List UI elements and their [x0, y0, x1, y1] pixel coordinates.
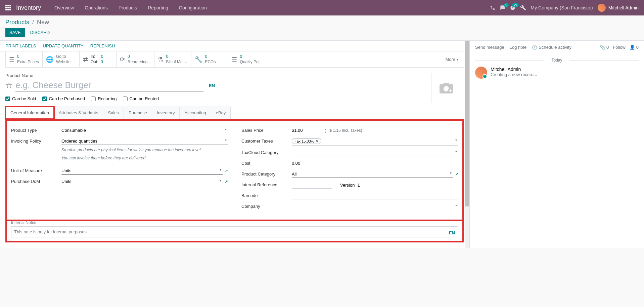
main-container: PRINT LABELS UPDATE QUANTITY REPLENISH ☰… — [0, 40, 644, 248]
input-category[interactable] — [292, 170, 453, 178]
tax-tag-remove-icon[interactable]: ✕ — [315, 139, 318, 143]
breadcrumb-parent[interactable]: Products — [5, 19, 29, 26]
check-recurring[interactable]: Recurring — [91, 96, 117, 101]
tab-ebay[interactable]: eBay — [211, 107, 231, 119]
tab-sales[interactable]: Sales — [103, 107, 124, 119]
input-uom[interactable] — [61, 167, 223, 175]
check-can-be-sold[interactable]: Can be Sold — [5, 96, 36, 101]
chatter-toolbar: Send message Log note 🕐Schedule activity… — [475, 45, 639, 50]
app-brand[interactable]: Inventory — [16, 4, 41, 11]
stat-ecos[interactable]: 🔧 0ECOs — [191, 51, 228, 67]
form-area: PRINT LABELS UPDATE QUANTITY REPLENISH ☰… — [0, 41, 469, 248]
stat-extra-prices[interactable]: ☰ 0Extra Prices — [6, 51, 43, 67]
stat-website[interactable]: 🌐 Go toWebsite — [43, 51, 80, 67]
uom-external-link-icon[interactable]: ↗ — [225, 168, 228, 173]
input-internal-ref[interactable] — [292, 181, 332, 189]
nav-configuration[interactable]: Configuration — [174, 1, 212, 14]
activities-icon[interactable]: 29 — [510, 5, 515, 10]
tab-inventory[interactable]: Inventory — [152, 107, 180, 119]
breadcrumb-sep: / — [32, 19, 34, 26]
flask-icon: ⚗ — [158, 56, 163, 63]
list-icon: ☰ — [232, 56, 237, 63]
product-checks: Can be Sold Can be Purchased Recurring C… — [5, 96, 431, 101]
input-company[interactable] — [292, 203, 458, 210]
debug-icon[interactable] — [520, 5, 526, 11]
schedule-activity-button[interactable]: 🕐Schedule activity — [532, 45, 571, 50]
purchase-uom-external-link-icon[interactable]: ↗ — [225, 179, 228, 184]
tab-attributes-variants[interactable]: Attributes & Variants — [54, 107, 103, 119]
check-can-be-purchased[interactable]: Can be Purchased — [42, 96, 85, 101]
input-purchase-uom[interactable] — [61, 178, 223, 185]
stat-reordering[interactable]: ⟳ 0Reordering... — [117, 51, 154, 67]
chevron-down-icon: ▾ — [457, 57, 458, 61]
stat-more-button[interactable]: More ▾ — [440, 51, 464, 67]
input-product-type[interactable] — [61, 127, 228, 134]
list-icon: ☰ — [9, 56, 14, 63]
user-name: Mitchell Admin — [608, 5, 639, 10]
log-message: Creating a new record... — [491, 72, 537, 77]
update-quantity-button[interactable]: UPDATE QUANTITY — [43, 43, 84, 48]
help-text-2: You can invoice them before they are del… — [61, 155, 228, 161]
send-message-button[interactable]: Send message — [475, 45, 504, 50]
label-category: Product Category — [241, 170, 292, 177]
log-avatar — [475, 67, 487, 79]
log-entry: Mitchell Admin Creating a new record... — [475, 67, 639, 79]
log-note-button[interactable]: Log note — [510, 45, 527, 50]
stat-in-out[interactable]: ⇄ In: 0 Out: 0 — [80, 51, 117, 67]
save-button[interactable]: SAVE — [5, 28, 25, 37]
actions-row: SAVE DISCARD — [0, 28, 644, 40]
input-invoicing-policy[interactable] — [61, 138, 228, 145]
form-scrollbar[interactable] — [465, 41, 469, 248]
nav-menu: Overview Operations Products Reporting C… — [49, 1, 212, 14]
input-internal-notes[interactable] — [11, 226, 458, 237]
user-menu[interactable]: Mitchell Admin — [598, 4, 639, 12]
follow-button[interactable]: Follow — [613, 45, 626, 50]
clock-icon: 🕐 — [532, 45, 537, 50]
input-cost[interactable] — [292, 160, 458, 167]
input-taxcloud[interactable] — [292, 149, 458, 156]
version-value: 1 — [357, 183, 360, 188]
tab-general-information[interactable]: General Information — [5, 107, 54, 119]
apps-icon[interactable] — [5, 5, 11, 10]
nav-reporting[interactable]: Reporting — [142, 1, 174, 14]
left-column: Product Type Invoicing Policy Storable p… — [11, 127, 228, 214]
favorite-star-icon[interactable]: ☆ — [5, 81, 13, 90]
notes-lang-toggle[interactable]: EN — [449, 230, 455, 235]
label-taxcloud: TaxCloud Category — [241, 149, 292, 155]
check-can-be-rented[interactable]: Can be Rented — [123, 96, 159, 101]
stat-quality[interactable]: ☰ 0Quality Poi... — [228, 51, 266, 67]
messages-icon[interactable]: 5 — [500, 5, 505, 10]
replenish-button[interactable]: REPLENISH — [90, 43, 115, 48]
nav-products[interactable]: Products — [113, 1, 142, 14]
category-external-link-icon[interactable]: ↗ — [455, 172, 458, 177]
label-cost: Cost — [241, 160, 292, 166]
nav-operations[interactable]: Operations — [79, 1, 113, 14]
form-toolbar: PRINT LABELS UPDATE QUANTITY REPLENISH — [0, 41, 469, 51]
attachments-button[interactable]: 📎0 — [600, 45, 609, 50]
label-version: Version — [340, 183, 355, 188]
stat-bom[interactable]: ⚗ 0Bill of Mat... — [154, 51, 191, 67]
breadcrumb-row: Products / New — [0, 15, 644, 28]
avatar — [598, 4, 606, 12]
product-image-upload[interactable] — [431, 73, 461, 103]
label-sales-price: Sales Price — [241, 127, 292, 133]
label-invoicing-policy: Invoicing Policy — [11, 138, 61, 144]
label-uom: Unit of Measure — [11, 167, 61, 173]
lang-toggle[interactable]: EN — [209, 83, 215, 88]
globe-icon: 🌐 — [46, 56, 53, 63]
input-sales-price[interactable] — [292, 127, 322, 134]
discard-button[interactable]: DISCARD — [30, 30, 50, 35]
wrench-icon: 🔧 — [195, 56, 202, 63]
right-column: Sales Price (= $ 1.15 Incl. Taxes) Custo… — [241, 127, 458, 214]
tab-purchase[interactable]: Purchase — [124, 107, 152, 119]
phone-icon[interactable] — [490, 5, 495, 10]
print-labels-button[interactable]: PRINT LABELS — [5, 43, 36, 48]
tab-accounting[interactable]: Accounting — [179, 107, 211, 119]
product-name-input[interactable] — [15, 79, 203, 91]
nav-overview[interactable]: Overview — [49, 1, 79, 14]
input-customer-taxes[interactable]: Tax 15.00%✕ — [292, 138, 458, 146]
company-selector[interactable]: My Company (San Francisco) — [531, 5, 593, 10]
input-barcode[interactable] — [292, 192, 458, 199]
followers-button[interactable]: 👤0 — [630, 45, 639, 50]
today-divider: Today — [475, 58, 639, 63]
